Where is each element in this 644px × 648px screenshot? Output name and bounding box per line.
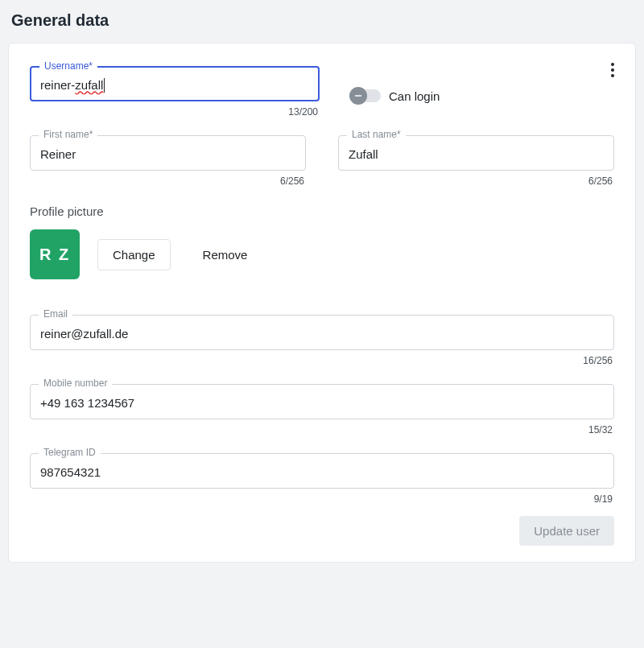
last-name-input[interactable] [349, 147, 604, 161]
remove-picture-button[interactable]: Remove [188, 240, 262, 270]
last-name-counter: 6/256 [338, 175, 613, 187]
mobile-label: Mobile number [39, 378, 112, 389]
last-name-label: Last name* [347, 129, 406, 140]
mobile-counter: 15/32 [30, 424, 613, 435]
first-name-counter: 6/256 [30, 175, 304, 187]
change-picture-button[interactable]: Change [97, 239, 171, 270]
avatar: R Z [30, 229, 80, 279]
telegram-counter: 9/19 [30, 493, 613, 505]
can-login-toggle[interactable] [352, 89, 381, 102]
username-label: Username* [39, 60, 97, 72]
email-input[interactable] [40, 327, 604, 341]
telegram-field[interactable]: Telegram ID [30, 453, 614, 489]
username-input[interactable]: reiner-zufall [40, 78, 105, 93]
dots-vertical-icon [611, 63, 614, 66]
telegram-input[interactable] [40, 465, 604, 479]
page-title: General data [11, 11, 636, 30]
more-options-button[interactable] [606, 58, 619, 82]
first-name-input[interactable] [40, 147, 295, 161]
minus-icon [349, 87, 367, 105]
telegram-label: Telegram ID [39, 447, 101, 458]
first-name-label: First name* [39, 129, 97, 140]
email-counter: 16/256 [30, 355, 613, 366]
email-label: Email [39, 308, 72, 320]
last-name-field[interactable]: Last name* [338, 135, 614, 171]
profile-picture-label: Profile picture [30, 204, 614, 218]
first-name-field[interactable]: First name* [30, 135, 306, 171]
email-field[interactable]: Email [30, 315, 614, 350]
mobile-input[interactable] [40, 396, 604, 410]
general-data-card: Username* reiner-zufall 13/200 Can login… [8, 43, 636, 563]
username-counter: 13/200 [30, 106, 318, 118]
can-login-label: Can login [389, 89, 440, 103]
update-user-button[interactable]: Update user [519, 516, 614, 546]
mobile-field[interactable]: Mobile number [30, 384, 614, 419]
username-field[interactable]: Username* reiner-zufall [30, 66, 320, 101]
